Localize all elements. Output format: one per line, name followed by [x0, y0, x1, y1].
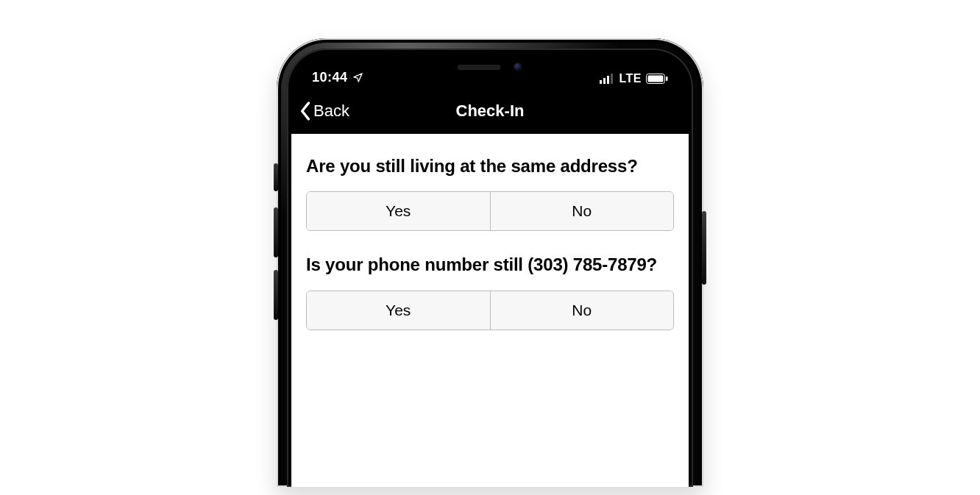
location-arrow-icon [352, 72, 363, 83]
svg-rect-5 [648, 76, 664, 82]
svg-rect-0 [600, 80, 602, 84]
question-address: Are you still living at the same address… [306, 154, 674, 178]
content-area: Are you still living at the same address… [291, 134, 689, 487]
address-yes-button[interactable]: Yes [307, 192, 490, 230]
nav-bar: Back Check-In [291, 88, 689, 134]
question-phone: Is your phone number still (303) 785-787… [306, 253, 674, 277]
svg-rect-6 [666, 76, 668, 81]
segmented-phone: Yes No [306, 291, 674, 330]
phone-bezel: 10:44 [287, 49, 693, 487]
svg-rect-3 [611, 74, 613, 84]
cell-signal-icon [600, 74, 614, 84]
svg-rect-1 [603, 78, 606, 84]
address-no-button[interactable]: No [490, 192, 674, 230]
status-left: 10:44 [312, 70, 363, 85]
canvas: 10:44 [0, 0, 980, 495]
battery-icon [646, 74, 668, 84]
phone-yes-button[interactable]: Yes [307, 291, 490, 330]
mute-switch [274, 163, 278, 191]
front-camera [514, 63, 522, 71]
network-label: LTE [619, 72, 642, 85]
phone-no-button[interactable]: No [490, 291, 674, 330]
status-right: LTE [600, 72, 668, 85]
segmented-address: Yes No [306, 191, 674, 231]
svg-rect-2 [607, 76, 609, 84]
earpiece [458, 65, 500, 70]
phone-frame: 10:44 [277, 38, 703, 487]
back-button[interactable]: Back [299, 102, 349, 121]
back-label: Back [313, 102, 349, 121]
side-button [702, 211, 706, 285]
chevron-left-icon [299, 102, 312, 121]
clock: 10:44 [312, 70, 348, 85]
phone-screen: 10:44 [291, 53, 689, 487]
notch [394, 53, 586, 81]
page-title: Check-In [291, 102, 689, 121]
volume-up-button [274, 207, 278, 257]
volume-down-button [274, 270, 278, 320]
